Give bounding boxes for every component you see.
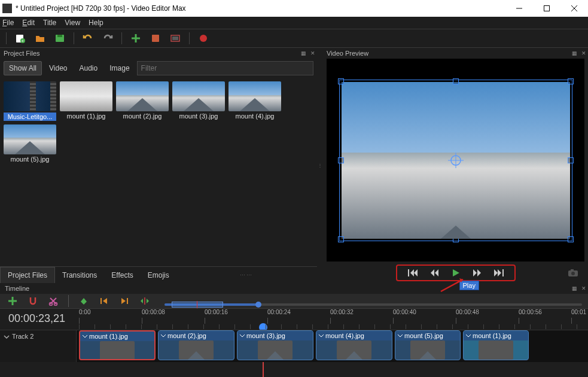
undo-icon[interactable]	[82, 32, 94, 44]
svg-point-21	[571, 272, 575, 275]
jump-start-button[interactable]	[406, 267, 419, 278]
tab-effects[interactable]: Effects	[104, 267, 140, 283]
redo-icon[interactable]	[102, 32, 114, 44]
project-file-item[interactable]: mount (1).jpg	[60, 81, 112, 121]
svg-rect-8	[57, 35, 62, 37]
filter-video[interactable]: Video	[44, 62, 72, 75]
panel-grid-icon[interactable]: ▦	[570, 49, 578, 57]
track-header[interactable]: Track 2	[0, 330, 77, 362]
open-project-icon[interactable]	[34, 32, 46, 44]
project-file-item[interactable]: mount (4).jpg	[229, 81, 281, 121]
close-button[interactable]	[560, 0, 588, 17]
current-time: 00:00:23,21	[8, 312, 65, 325]
timeline-header: Timeline ▦ ✕	[0, 283, 588, 294]
svg-rect-30	[100, 298, 102, 304]
add-track-icon[interactable]	[7, 296, 18, 306]
minimize-button[interactable]	[505, 0, 533, 17]
export-icon[interactable]	[197, 32, 209, 44]
project-files-header: Project Files ▦ ✕	[0, 48, 317, 59]
snap-icon[interactable]	[28, 296, 38, 306]
maximize-button[interactable]	[533, 0, 560, 17]
new-project-icon[interactable]: +	[14, 32, 26, 44]
panel-close-icon[interactable]: ✕	[580, 49, 588, 57]
svg-rect-19	[502, 269, 504, 276]
razor-icon[interactable]	[48, 296, 59, 306]
panel-grid-icon[interactable]: ▦	[570, 284, 578, 293]
window-title: * Untitled Project [HD 720p 30 fps] - Vi…	[16, 4, 186, 13]
timeline-clip[interactable]: mount (1).jpg	[79, 330, 156, 360]
svg-rect-1	[544, 6, 550, 11]
menu-help[interactable]: Help	[89, 19, 103, 27]
profiles-icon[interactable]	[150, 32, 162, 44]
svg-text:+: +	[22, 38, 25, 44]
filter-show-all[interactable]: Show All	[4, 61, 42, 75]
timeline-ruler[interactable]: 00:00:23,21 0:00 00:00:08 00:00:16 00:00…	[0, 308, 588, 330]
menu-file[interactable]: File	[2, 19, 14, 27]
menu-edit[interactable]: Edit	[22, 19, 35, 27]
timeline-clip[interactable]: mount (1).jpg	[463, 330, 529, 360]
timeline-clip[interactable]: mount (5).jpg	[395, 330, 461, 360]
project-files-grid: Music-Letitgo... mount (1).jpg mount (2)…	[0, 78, 317, 266]
panel-close-icon[interactable]: ✕	[580, 284, 588, 293]
tab-emojis[interactable]: Emojis	[141, 267, 176, 283]
timeline-toolbar	[0, 294, 588, 308]
svg-rect-11	[152, 35, 159, 42]
tab-transitions[interactable]: Transitions	[55, 267, 104, 283]
main-toolbar: +	[0, 29, 588, 48]
video-preview-header: Video Preview ▦ ✕	[323, 48, 588, 59]
next-marker-icon[interactable]	[119, 296, 130, 306]
project-file-item[interactable]: mount (3).jpg	[172, 81, 225, 121]
project-file-item[interactable]: Music-Letitgo...	[4, 81, 56, 121]
timeline-track: Track 2 mount (1).jpg mount (2).jpg moun…	[0, 330, 588, 362]
marker-icon[interactable]	[78, 296, 89, 306]
prev-marker-icon[interactable]	[99, 296, 109, 306]
fast-forward-button[interactable]	[471, 267, 484, 278]
svg-rect-31	[127, 298, 128, 304]
panel-close-icon[interactable]: ✕	[309, 49, 317, 57]
jump-end-button[interactable]	[492, 267, 505, 278]
timeline-clip[interactable]: mount (2).jpg	[158, 330, 234, 360]
window-titlebar: * Untitled Project [HD 720p 30 fps] - Vi…	[0, 0, 588, 17]
menu-view[interactable]: View	[65, 19, 80, 27]
timeline-clip[interactable]: mount (3).jpg	[237, 330, 313, 360]
center-playhead-icon[interactable]	[139, 296, 150, 306]
svg-point-14	[200, 35, 207, 42]
project-file-item[interactable]: mount (2).jpg	[116, 81, 169, 121]
svg-line-23	[441, 279, 463, 291]
svg-rect-18	[408, 269, 409, 276]
project-file-item[interactable]: mount (5).jpg	[4, 124, 56, 163]
filter-input[interactable]	[137, 61, 313, 75]
app-icon	[2, 4, 12, 13]
filter-audio[interactable]: Audio	[75, 62, 103, 75]
svg-rect-22	[571, 269, 574, 271]
svg-rect-13	[172, 37, 178, 40]
track-label: Track 2	[12, 333, 33, 340]
menu-title[interactable]: Title	[43, 19, 56, 27]
video-preview-canvas[interactable]	[327, 59, 584, 262]
chevron-down-icon	[4, 334, 10, 340]
panel-grid-icon[interactable]: ▦	[299, 49, 307, 57]
tab-project-files[interactable]: Project Files	[0, 267, 55, 283]
filter-image[interactable]: Image	[105, 62, 134, 75]
snapshot-icon[interactable]	[568, 269, 578, 277]
target-icon	[448, 153, 464, 168]
fullscreen-icon[interactable]	[169, 32, 181, 44]
timeline-clip[interactable]: mount (4).jpg	[316, 330, 392, 360]
annotation-arrow	[438, 277, 468, 294]
menu-bar: File Edit Title View Help	[0, 17, 588, 29]
save-project-icon[interactable]	[54, 32, 66, 44]
import-icon[interactable]	[130, 32, 142, 44]
